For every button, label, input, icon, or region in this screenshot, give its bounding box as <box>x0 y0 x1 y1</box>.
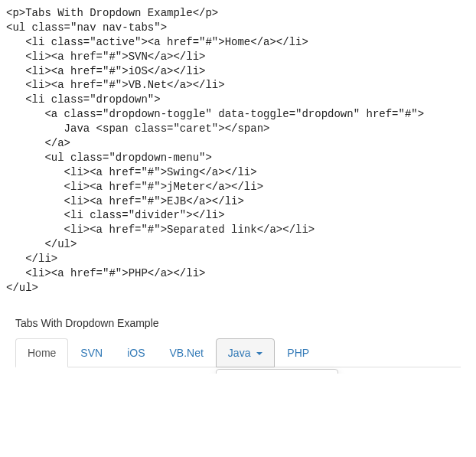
preview-title: Tabs With Dropdown Example <box>15 317 461 329</box>
tab-vbnet-link[interactable]: VB.Net <box>158 338 216 367</box>
caret-down-icon <box>256 352 262 355</box>
dropdown-menu: Swing jMeter EJB Separated link <box>216 369 338 374</box>
tab-java-label: Java <box>228 347 251 359</box>
tab-vbnet[interactable]: VB.Net <box>158 338 216 367</box>
code-snippet: <p>Tabs With Dropdown Example</p> <ul cl… <box>6 6 470 295</box>
rendered-preview: Tabs With Dropdown Example Home SVN iOS … <box>6 309 470 367</box>
tab-ios-link[interactable]: iOS <box>115 338 157 367</box>
tab-php-link[interactable]: PHP <box>275 338 321 367</box>
tab-home-link[interactable]: Home <box>15 338 68 367</box>
tab-java-dropdown[interactable]: Java Swing jMeter EJB Separated link <box>216 338 275 367</box>
tab-php[interactable]: PHP <box>275 338 321 367</box>
tab-svn[interactable]: SVN <box>68 338 115 367</box>
tab-java-link[interactable]: Java <box>216 338 275 367</box>
tab-home[interactable]: Home <box>15 338 68 367</box>
tab-ios[interactable]: iOS <box>115 338 157 367</box>
tab-svn-link[interactable]: SVN <box>68 338 115 367</box>
nav-tabs: Home SVN iOS VB.Net Java Swing jMeter <box>15 338 461 367</box>
